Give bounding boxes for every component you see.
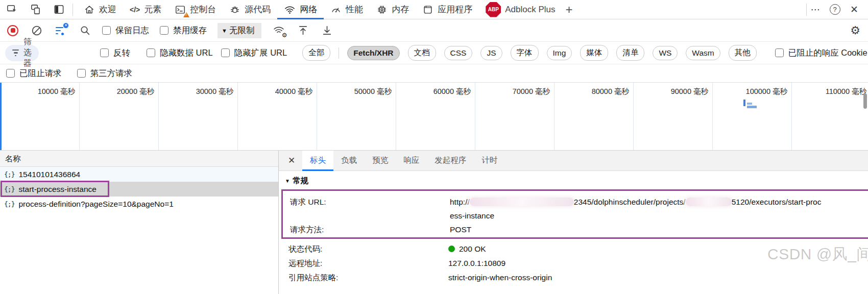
filter-type-manifest[interactable]: 清单 (616, 45, 644, 61)
request-row-selected[interactable]: {;} start-process-instance (0, 182, 278, 197)
devtools-window: 欢迎 </> 元素 控制台 源代码 (0, 0, 868, 294)
time-tick: 100000 毫秒 (712, 87, 787, 96)
tab-performance[interactable]: 性能 (324, 0, 370, 19)
chevron-down-icon: ▼ (222, 28, 227, 34)
filter-type-ws[interactable]: WS (653, 46, 678, 60)
wifi-icon (284, 4, 296, 15)
throttling-dropdown[interactable]: ▼ 无限制 (218, 23, 261, 38)
tab-preview[interactable]: 预览 (365, 151, 396, 171)
time-tick: 70000 毫秒 (475, 87, 550, 96)
header-row-url: 请求 URL: http://2345/dolphinscheduler/pro… (290, 195, 868, 223)
divider (339, 47, 339, 59)
time-tick: 60000 毫秒 (396, 87, 471, 96)
filter-type-wasm[interactable]: Wasm (686, 46, 720, 60)
code-icon: </> (130, 6, 140, 14)
filter-type-img[interactable]: Img (547, 46, 572, 60)
preserve-log-checkbox[interactable]: 保留日志 (102, 25, 149, 36)
tab-welcome[interactable]: 欢迎 (77, 0, 123, 19)
time-tick: 50000 毫秒 (317, 87, 392, 96)
filter-type-js[interactable]: JS (480, 46, 502, 60)
tab-label: 内存 (392, 4, 409, 15)
url-line-2: ess-instance (450, 209, 821, 223)
dock-side-icon[interactable] (52, 3, 65, 16)
annotation-box-general: 请求 URL: http://2345/dolphinscheduler/pro… (281, 189, 868, 239)
name-column-header[interactable]: 名称 (0, 151, 278, 167)
checkbox (77, 69, 86, 78)
details-tab-bar: ✕ 标头 负载 预览 响应 发起程序 计时 (279, 151, 868, 171)
close-details-icon[interactable]: ✕ (288, 155, 295, 166)
blocked-response-cookies-checkbox[interactable]: 已阻止的响应 Cookie (775, 47, 867, 59)
tab-sources[interactable]: 源代码 (223, 0, 277, 19)
tab-elements[interactable]: </> 元素 (123, 0, 168, 19)
checkbox (147, 48, 155, 57)
tab-memory[interactable]: 内存 (370, 0, 416, 19)
network-lower-split: 名称 {;} 15410101436864 {;} start-process-… (0, 151, 868, 294)
inspect-element-icon[interactable] (5, 3, 18, 16)
hide-extension-urls-checkbox[interactable]: 隐藏扩展 URL (221, 47, 287, 59)
search-icon[interactable] (78, 24, 91, 37)
time-tick: 110000 毫秒 (791, 87, 866, 96)
gauge-icon (330, 4, 342, 15)
network-toolbar: ✕ 保留日志 禁用缓存 ▼ 无限制 ⚙ (0, 19, 868, 42)
funnel-icon (12, 50, 19, 56)
request-row[interactable]: {;} process-definition?pageSize=10&pageN… (0, 197, 278, 211)
chip-icon (376, 4, 388, 15)
close-devtools-icon[interactable]: ✕ (846, 2, 863, 17)
filter-type-fetch-xhr[interactable]: Fetch/XHR (347, 46, 399, 60)
invert-checkbox[interactable]: 反转 (100, 47, 130, 59)
devtools-top-bar: 欢迎 </> 元素 控制台 源代码 (0, 0, 868, 19)
import-har-icon[interactable] (296, 24, 309, 37)
filter-toggle-icon[interactable]: ✕ (54, 24, 67, 37)
more-options-icon[interactable]: ⋯ (807, 2, 824, 17)
tab-payload[interactable]: 负载 (333, 151, 365, 171)
tab-label: 网络 (300, 4, 317, 15)
settings-gear-icon[interactable]: ⚙ (849, 24, 862, 37)
tool-icons (5, 3, 65, 16)
waterfall-request-mark (743, 100, 745, 106)
request-row[interactable]: {;} 15410101436864 (0, 167, 278, 182)
waterfall-request-bar (747, 106, 757, 108)
blocked-requests-checkbox[interactable]: 已阻止请求 (6, 68, 62, 79)
help-icon[interactable]: ? (828, 3, 841, 16)
export-har-icon[interactable] (320, 24, 333, 37)
general-section-header[interactable]: ▼ 常规 (285, 176, 868, 186)
tab-initiator[interactable]: 发起程序 (427, 151, 474, 171)
checkbox (775, 48, 784, 57)
filter-clear-badge: ✕ (63, 22, 69, 29)
headers-content: ▼ 常规 请求 URL: http://2345/dolphinschedule… (279, 171, 868, 294)
filter-type-css[interactable]: CSS (444, 46, 473, 60)
tab-network[interactable]: 网络 (277, 0, 324, 19)
tab-response[interactable]: 响应 (396, 151, 427, 171)
tab-label: 性能 (346, 4, 363, 15)
timeline-scrollbar[interactable] (863, 93, 867, 109)
tab-console[interactable]: 控制台 (168, 0, 223, 19)
request-name: process-definition?pageSize=10&pageNo=1 (18, 200, 173, 209)
network-filter-bar: 筛选器 反转 隐藏数据 URL 隐藏扩展 URL 全部 Fetch/XHR 文档… (0, 42, 868, 64)
record-network-log-button[interactable] (6, 24, 19, 37)
tab-label: Adblock Plus (505, 5, 555, 15)
tab-label: 控制台 (190, 4, 216, 15)
tab-adblock-plus[interactable]: ABP Adblock Plus (479, 0, 562, 19)
time-tick: 90000 毫秒 (633, 87, 708, 96)
filter-type-font[interactable]: 字体 (511, 45, 539, 61)
tab-application[interactable]: 应用程序 (416, 0, 479, 19)
more-tabs-button[interactable]: + (562, 3, 576, 16)
network-conditions-icon[interactable]: ⚙ (272, 24, 285, 37)
filter-type-other[interactable]: 其他 (729, 45, 757, 61)
filter-type-all[interactable]: 全部 (302, 45, 330, 61)
gear-icon: ⚙ (282, 32, 287, 39)
network-overview-timeline[interactable]: 10000 毫秒 20000 毫秒 30000 毫秒 40000 毫秒 5000… (0, 82, 868, 151)
redacted-project-id (686, 198, 732, 206)
third-party-requests-checkbox[interactable]: 第三方请求 (77, 68, 133, 79)
hide-data-urls-checkbox[interactable]: 隐藏数据 URL (147, 47, 213, 59)
filter-type-media[interactable]: 媒体 (580, 45, 608, 61)
disable-cache-checkbox[interactable]: 禁用缓存 (160, 25, 207, 36)
device-emulation-icon[interactable] (29, 3, 42, 16)
filter-type-doc[interactable]: 文档 (408, 45, 436, 61)
tab-headers[interactable]: 标头 (302, 151, 333, 171)
time-tick: 30000 毫秒 (158, 87, 233, 96)
clear-network-log-icon[interactable] (30, 24, 43, 37)
checkbox (221, 48, 230, 57)
tab-timing[interactable]: 计时 (474, 151, 505, 171)
filter-input[interactable]: 筛选器 (5, 45, 39, 61)
